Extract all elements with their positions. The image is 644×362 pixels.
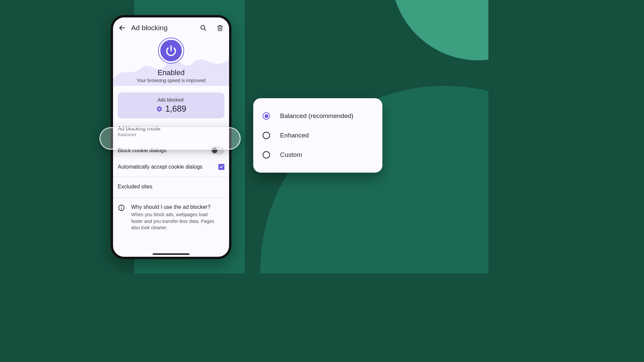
excluded-sites-label: Excluded sites (118, 184, 152, 190)
info-question: Why should I use the ad blocker? (131, 204, 215, 210)
search-icon[interactable] (199, 23, 208, 32)
ads-blocked-label: Ads blocked: (118, 97, 224, 103)
mode-option-enhanced[interactable]: Enhanced (253, 126, 382, 145)
back-icon[interactable] (118, 23, 126, 32)
ads-blocked-card[interactable]: Ads blocked: 1,689 (118, 93, 224, 118)
radio-unselected-icon (263, 151, 270, 159)
block-cookie-dialogs-row[interactable]: Block cookie dialogs (113, 142, 229, 159)
auto-accept-cookie-row[interactable]: Automatically accept cookie dialogs (113, 159, 229, 175)
check-icon (219, 165, 223, 169)
mode-option-label: Custom (280, 151, 302, 159)
ads-blocked-count: 1,689 (165, 104, 186, 114)
svg-point-6 (121, 206, 122, 207)
page-title: Ad blocking (131, 24, 194, 32)
power-toggle-button[interactable] (159, 38, 183, 63)
svg-line-2 (204, 29, 206, 30)
mode-option-label: Balanced (recommended) (280, 112, 354, 120)
info-answer: When you block ads, webpages load faster… (131, 212, 215, 231)
background-circle-small (391, 0, 488, 60)
block-cookie-dialogs-label: Block cookie dialogs (118, 147, 166, 154)
ad-blocking-mode-row[interactable]: Ad blocking mode Balanced (113, 118, 229, 142)
mode-option-balanced[interactable]: Balanced (recommended) (253, 106, 382, 126)
hexagon-badge-icon (156, 106, 163, 112)
block-cookie-dialogs-switch[interactable] (210, 146, 224, 155)
mode-option-custom[interactable]: Custom (253, 145, 382, 165)
mode-option-label: Enhanced (280, 132, 309, 139)
app-header: Ad blocking (113, 17, 229, 36)
excluded-sites-row[interactable]: Excluded sites (113, 177, 229, 196)
mode-options-popup: Balanced (recommended) Enhanced Custom (253, 98, 382, 173)
info-section: Why should I use the ad blocker? When yo… (113, 198, 229, 237)
phone-frame: Ad blocking Enabled Your browsing speed … (111, 15, 231, 259)
power-icon (165, 45, 177, 56)
auto-accept-cookie-label: Automatically accept cookie dialogs (118, 164, 203, 170)
auto-accept-cookie-checkbox[interactable] (218, 164, 224, 170)
gesture-bar (153, 253, 190, 255)
trash-icon[interactable] (216, 23, 224, 32)
ad-blocking-mode-label: Ad blocking mode (118, 126, 160, 132)
radio-selected-icon (263, 112, 270, 120)
status-label: Enabled (113, 68, 229, 77)
radio-unselected-icon (263, 132, 270, 139)
ad-blocking-mode-value: Balanced (118, 132, 160, 137)
info-icon (118, 204, 125, 231)
status-hero: Enabled Your browsing speed is improved (113, 36, 229, 86)
status-subtext: Your browsing speed is improved (113, 78, 229, 83)
